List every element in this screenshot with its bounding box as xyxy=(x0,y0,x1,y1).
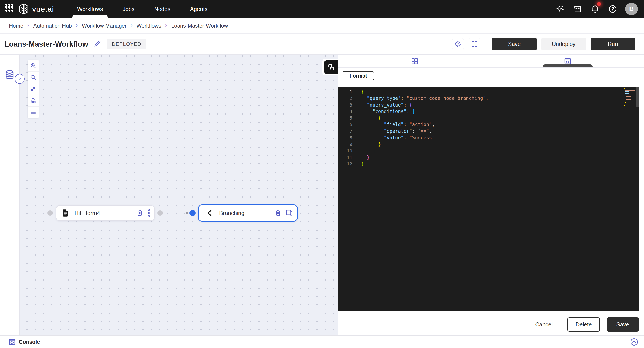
canvas-menu-icon[interactable] xyxy=(28,106,39,118)
breadcrumb-workflow-manager[interactable]: Workflow Manager xyxy=(82,23,126,29)
status-badge: DEPLOYED xyxy=(107,39,146,49)
editor-line[interactable]: 1{ xyxy=(338,89,639,95)
page-title: Loans-Master-Workflow xyxy=(4,40,88,48)
breadcrumb-automation-hub[interactable]: Automation Hub xyxy=(33,23,72,29)
nav-item-workflows[interactable]: Workflows xyxy=(68,0,113,18)
editor-scrollbar-thumb[interactable] xyxy=(636,87,639,106)
user-avatar[interactable]: B xyxy=(625,3,638,15)
editor-line[interactable]: 12} xyxy=(338,161,639,167)
database-icon[interactable] xyxy=(4,70,15,81)
input-port-hitl-form4[interactable] xyxy=(48,210,53,216)
panel-footer: Cancel Delete Save xyxy=(338,317,644,332)
save-workflow-button[interactable]: Save xyxy=(492,38,536,51)
expand-rail-chevron-icon[interactable] xyxy=(15,74,25,84)
line-number: 7 xyxy=(338,128,358,134)
editor-line[interactable]: 10 ] xyxy=(338,148,639,154)
editor-line[interactable]: 5 { xyxy=(338,115,639,121)
breadcrumb-workflows[interactable]: Workflows xyxy=(136,23,161,29)
run-button[interactable]: Run xyxy=(591,38,635,51)
editor-line[interactable]: 4 "conditions": [ xyxy=(338,108,639,115)
nav-item-nodes[interactable]: Nodes xyxy=(144,0,180,18)
auto-layout-icon[interactable] xyxy=(28,95,39,106)
marketplace-icon[interactable] xyxy=(573,4,583,14)
edge-hitl-to-branching xyxy=(20,55,338,335)
workflow-panel-toggle-icon[interactable] xyxy=(324,60,338,74)
editor-scrollbar[interactable] xyxy=(636,87,639,311)
line-content: { xyxy=(358,115,639,121)
line-number: 2 xyxy=(338,95,358,102)
fullscreen-icon[interactable] xyxy=(469,38,480,51)
workflow-canvas[interactable]: Hitl_form4 xyxy=(20,55,338,335)
node-branching[interactable]: Branching xyxy=(198,205,298,222)
delete-node-trash-icon[interactable] xyxy=(136,210,143,217)
breadcrumb-home[interactable]: Home xyxy=(9,23,23,29)
notifications-bell-icon[interactable] xyxy=(590,4,600,14)
line-number: 11 xyxy=(338,154,358,161)
cancel-button[interactable]: Cancel xyxy=(535,321,553,328)
node-label: Hitl_form4 xyxy=(74,210,136,216)
help-icon[interactable] xyxy=(608,4,618,14)
panel-save-button[interactable]: Save xyxy=(606,317,639,332)
zoom-in-icon[interactable] xyxy=(28,60,39,72)
document-icon xyxy=(62,209,69,217)
vueai-logo-icon xyxy=(18,3,30,15)
line-content: "query_value": { xyxy=(358,102,639,108)
editor-line[interactable]: 6 "field": "action", xyxy=(338,121,639,128)
canvas-toolbar xyxy=(28,60,39,118)
console-bar: Console xyxy=(0,335,644,348)
fit-view-icon[interactable] xyxy=(28,83,39,95)
editor-lines: 1{2 "query_type": "custom_code_node_bran… xyxy=(338,89,639,167)
node-config-panel: Format 1{2 "query_type": "custom_code_no… xyxy=(338,55,644,335)
apps-grid-icon[interactable] xyxy=(5,5,14,14)
zoom-out-icon[interactable] xyxy=(28,72,39,83)
editor-line[interactable]: 2 "query_type": "custom_code_node_branch… xyxy=(338,95,639,102)
active-tab-indicator xyxy=(542,64,593,68)
duplicate-node-copy-icon[interactable] xyxy=(286,209,293,217)
vueai-logo: vue.ai xyxy=(18,3,54,15)
line-content: } xyxy=(358,161,639,167)
primary-nav: Workflows Jobs Nodes Agents xyxy=(68,0,218,18)
node-more-kebab-icon[interactable] xyxy=(147,209,150,217)
json-code-editor[interactable]: 1{2 "query_type": "custom_code_node_bran… xyxy=(338,87,639,311)
line-number: 9 xyxy=(338,141,358,147)
nav-right-divider xyxy=(547,4,547,14)
breadcrumb-separator: › xyxy=(27,22,29,29)
line-content: "field": "action", xyxy=(358,121,639,128)
delete-node-trash-icon[interactable] xyxy=(275,210,282,217)
breadcrumb-separator: › xyxy=(130,22,132,29)
edit-title-pencil-icon[interactable] xyxy=(94,40,102,48)
nav-divider xyxy=(61,4,61,14)
breadcrumb-current: Loans-Master-Workflow xyxy=(171,23,228,29)
line-number: 12 xyxy=(338,161,358,167)
line-content: } xyxy=(358,141,639,147)
editor-line[interactable]: 11 } xyxy=(338,154,639,161)
line-content: ] xyxy=(358,148,639,154)
console-label: Console xyxy=(19,339,40,345)
delete-button[interactable]: Delete xyxy=(568,317,600,332)
input-port-branching[interactable] xyxy=(190,210,196,216)
console-icon xyxy=(8,338,16,345)
workspace: Hitl_form4 xyxy=(0,55,644,335)
nav-item-agents[interactable]: Agents xyxy=(180,0,218,18)
editor-line[interactable]: 9 } xyxy=(338,141,639,147)
line-content: "value": "Success" xyxy=(358,134,639,141)
breadcrumb: Home › Automation Hub › Workflow Manager… xyxy=(0,18,644,34)
node-label: Branching xyxy=(219,210,275,216)
console-expand-chevron-icon[interactable] xyxy=(630,338,639,347)
nav-item-jobs[interactable]: Jobs xyxy=(113,0,144,18)
line-content: } xyxy=(358,154,639,161)
tab-form-view-grid-icon[interactable] xyxy=(338,55,491,68)
format-button[interactable]: Format xyxy=(342,71,374,81)
minimap[interactable] xyxy=(624,88,636,107)
editor-line[interactable]: 3 "query_value": { xyxy=(338,102,639,108)
editor-line[interactable]: 8 "value": "Success" xyxy=(338,134,639,141)
line-number: 4 xyxy=(338,108,358,115)
panel-toggle-wrap xyxy=(322,59,338,75)
undeploy-button[interactable]: Undeploy xyxy=(542,38,586,51)
output-port-hitl-form4[interactable] xyxy=(158,210,163,216)
editor-line[interactable]: 7 "operator": "==", xyxy=(338,128,639,134)
ai-sparkle-icon[interactable] xyxy=(555,4,565,14)
node-hitl-form4[interactable]: Hitl_form4 xyxy=(56,205,155,221)
workflow-settings-gear-icon[interactable] xyxy=(452,38,464,51)
top-navigation: vue.ai Workflows Jobs Nodes Agents xyxy=(0,0,644,18)
